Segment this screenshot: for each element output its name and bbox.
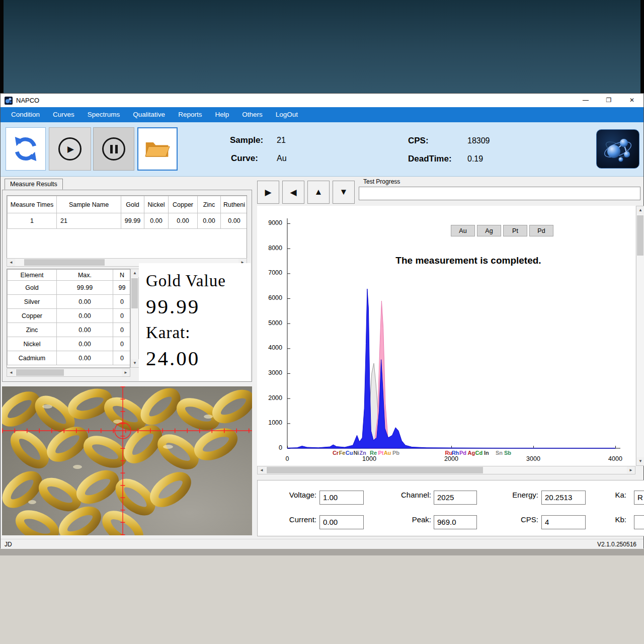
menu-qualitative[interactable]: Qualitative [126,107,172,122]
scroll-down-icon[interactable]: ▼ [636,457,644,465]
refresh-icon [12,135,39,163]
col-ruthenium[interactable]: Rutheni [221,196,248,213]
menu-logout[interactable]: LogOut [269,107,304,122]
legend-pd-button[interactable]: Pd [529,225,553,236]
scroll-right-icon[interactable]: ► [122,369,130,376]
col-sample-name[interactable]: Sample Name [57,196,121,213]
el-name: Zinc [8,323,57,337]
cell-measure-times: 1 [8,213,57,229]
element-marker-Rh: Rh [452,450,459,456]
scroll-track[interactable] [131,277,138,359]
ka-field[interactable]: R [634,491,644,505]
voltage-field[interactable]: 1.00 [319,491,364,505]
scroll-track[interactable] [266,466,627,474]
scroll-down-icon[interactable]: ▼ [131,359,139,367]
ka-label: Ka: [598,491,626,499]
scroll-right-icon[interactable]: ► [627,466,635,474]
left-arrow-icon: ◀ [290,187,296,198]
start-measure-button[interactable]: ▶ [49,127,91,171]
pause-measure-button[interactable] [93,127,134,171]
col-min[interactable]: N [113,270,131,281]
col-element[interactable]: Element [8,270,57,281]
col-max[interactable]: Max. [57,270,113,281]
element-row-copper[interactable]: Copper 0.00 0 [8,309,131,323]
col-measure-times[interactable]: Measure Times [8,196,57,213]
element-row-zinc[interactable]: Zinc 0.00 0 [8,323,131,337]
element-marker-Cu: Cu [346,450,353,456]
spectrum-play-button[interactable]: ▶ [257,181,279,204]
results-grid: Measure Times Sample Name Gold Nickel Co… [7,195,247,259]
el-max: 0.00 [57,337,113,351]
el-name: Gold [8,281,57,295]
menu-others[interactable]: Others [235,107,269,122]
results-row[interactable]: 1 21 99.99 0.00 0.00 0.00 0.00 [8,213,248,229]
status-user: JD [5,541,12,548]
parameters-panel: Voltage: 1.00 Current: 0.00 Channel: 202… [257,480,644,536]
spectrum-plot[interactable] [286,214,623,449]
cell-ruthenium: 0.00 [221,213,248,229]
y-tick-label: 9000 [257,219,282,226]
legend-ag-button[interactable]: Ag [477,225,501,236]
scroll-thumb[interactable] [637,215,643,256]
title-bar[interactable]: NAPCO — ❐ ✕ [1,94,643,107]
y-tick-label: 3000 [257,369,282,376]
deadtime-label: DeadTime: [408,154,452,164]
spectrum-up-button[interactable]: ▲ [307,181,330,204]
col-zinc[interactable]: Zinc [198,196,221,213]
scroll-left-icon[interactable]: ◄ [7,259,15,266]
element-grid: Element Max. N Gold 99.99 99 Silver 0.00… [7,269,130,368]
x-tick-label: 3000 [526,455,540,462]
cps-field[interactable]: 4 [541,515,586,529]
scroll-track[interactable] [15,369,122,376]
el-max: 99.99 [57,281,113,295]
menu-spectrums[interactable]: Spectrums [81,107,127,122]
scroll-thumb[interactable] [267,467,483,473]
element-row-nickel[interactable]: Nickel 0.00 0 [8,337,131,351]
scroll-up-icon[interactable]: ▲ [131,269,139,277]
x-axis-band: 01000200030004000CrFeCuNiZnRePtAuPbRuRhP… [257,449,635,466]
legend-au-button[interactable]: Au [451,225,475,236]
menu-reports[interactable]: Reports [172,107,208,122]
legend-pt-button[interactable]: Pt [503,225,527,236]
y-tick-label: 8000 [257,245,282,252]
refresh-button[interactable] [6,127,46,171]
element-hscrollbar[interactable]: ◄ ► [7,368,130,377]
spectrum-left-button[interactable]: ◀ [282,181,304,204]
menu-curves[interactable]: Curves [46,107,81,122]
element-row-cadmium[interactable]: Cadmium 0.00 0 [8,351,131,365]
minimize-button[interactable]: — [574,94,597,107]
open-file-button[interactable] [137,127,178,171]
scroll-thumb[interactable] [24,259,105,266]
energy-field[interactable]: 20.2513 [541,491,586,505]
element-vscrollbar[interactable]: ▲ ▼ [130,269,139,368]
col-nickel[interactable]: Nickel [144,196,169,213]
menu-condition[interactable]: Condition [5,107,46,122]
scroll-up-icon[interactable]: ▲ [636,206,644,214]
col-copper[interactable]: Copper [169,196,198,213]
chart-vscrollbar[interactable]: ▲ ▼ [636,206,644,466]
channel-field[interactable]: 2025 [434,491,477,505]
chart-hscrollbar[interactable]: ◄ ► [257,466,635,474]
kb-field[interactable] [634,515,644,529]
element-marker-Pd: Pd [459,450,466,456]
element-row-silver[interactable]: Silver 0.00 0 [8,295,131,309]
gold-value-panel: Gold Value 99.99 Karat: 24.00 [139,263,251,381]
scroll-left-icon[interactable]: ◄ [7,369,15,376]
menu-help[interactable]: Help [208,107,235,122]
element-row-gold[interactable]: Gold 99.99 99 [8,281,131,295]
peak-field[interactable]: 969.0 [434,515,477,529]
el-min: 0 [113,323,131,337]
scroll-left-icon[interactable]: ◄ [258,466,266,474]
element-marker-Ni: Ni [353,450,359,456]
current-field[interactable]: 0.00 [319,515,364,529]
scroll-thumb[interactable] [16,369,64,376]
tab-measure-results[interactable]: Measure Results [5,179,63,190]
col-gold[interactable]: Gold [121,196,144,213]
instrument-logo-button[interactable] [596,129,639,169]
atom-icon [602,134,634,164]
maximize-button[interactable]: ❐ [597,94,620,107]
spectrum-down-button[interactable]: ▼ [333,181,355,204]
close-button[interactable]: ✕ [620,94,643,107]
scroll-thumb[interactable] [131,278,138,308]
scroll-track[interactable] [636,214,644,457]
